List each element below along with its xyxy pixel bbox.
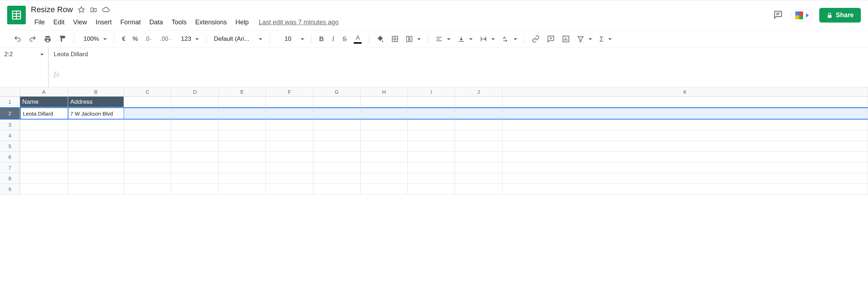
column-header[interactable]: K bbox=[502, 87, 868, 97]
paint-format-icon[interactable] bbox=[56, 33, 70, 45]
column-header[interactable]: H bbox=[361, 87, 408, 97]
cell[interactable] bbox=[219, 107, 266, 120]
row-header[interactable]: 9 bbox=[0, 184, 20, 195]
cell[interactable] bbox=[171, 152, 219, 162]
cell[interactable] bbox=[266, 184, 313, 195]
row-header[interactable]: 6 bbox=[0, 152, 20, 162]
cell[interactable] bbox=[408, 107, 455, 120]
decrease-decimal-button[interactable]: .0← bbox=[142, 34, 156, 44]
select-all-corner[interactable] bbox=[0, 87, 20, 97]
cell[interactable] bbox=[20, 130, 68, 141]
cell[interactable] bbox=[124, 130, 171, 141]
row-header[interactable]: 1 bbox=[0, 97, 20, 107]
row-header[interactable]: 3 bbox=[0, 120, 20, 130]
cell[interactable] bbox=[361, 141, 408, 152]
filter-dropdown[interactable] bbox=[574, 34, 595, 44]
cell[interactable] bbox=[219, 162, 266, 173]
column-header[interactable]: B bbox=[68, 87, 124, 97]
cell[interactable] bbox=[20, 184, 68, 195]
cell[interactable] bbox=[124, 173, 171, 184]
menu-data[interactable]: Data bbox=[146, 17, 167, 28]
cell[interactable] bbox=[361, 152, 408, 162]
cell[interactable] bbox=[455, 141, 502, 152]
cell[interactable] bbox=[171, 107, 219, 120]
cell[interactable] bbox=[124, 141, 171, 152]
cell[interactable] bbox=[313, 120, 361, 130]
cell[interactable] bbox=[219, 120, 266, 130]
cell[interactable] bbox=[219, 130, 266, 141]
sheets-app-icon[interactable] bbox=[7, 6, 26, 24]
cell[interactable] bbox=[361, 120, 408, 130]
cell[interactable] bbox=[68, 120, 124, 130]
menu-insert[interactable]: Insert bbox=[92, 17, 115, 28]
merge-cells-dropdown[interactable] bbox=[403, 34, 424, 44]
cell[interactable] bbox=[266, 162, 313, 173]
column-header[interactable]: E bbox=[219, 87, 266, 97]
cell[interactable] bbox=[313, 152, 361, 162]
cell[interactable] bbox=[313, 141, 361, 152]
column-header[interactable]: G bbox=[313, 87, 361, 97]
column-header[interactable]: C bbox=[124, 87, 171, 97]
cell[interactable] bbox=[266, 97, 313, 107]
cell[interactable] bbox=[20, 120, 68, 130]
cell[interactable] bbox=[455, 130, 502, 141]
cell[interactable] bbox=[124, 107, 171, 120]
cell[interactable] bbox=[502, 184, 868, 195]
cell[interactable] bbox=[455, 107, 502, 120]
cell[interactable] bbox=[171, 141, 219, 152]
horizontal-align-dropdown[interactable] bbox=[433, 34, 453, 44]
insert-chart-button[interactable] bbox=[559, 33, 573, 45]
cell[interactable] bbox=[20, 152, 68, 162]
menu-format[interactable]: Format bbox=[117, 17, 144, 28]
functions-dropdown[interactable]: Σ bbox=[596, 34, 614, 45]
cell[interactable] bbox=[219, 184, 266, 195]
menu-view[interactable]: View bbox=[70, 17, 91, 28]
cell[interactable] bbox=[266, 107, 313, 120]
cell[interactable] bbox=[171, 130, 219, 141]
cell[interactable] bbox=[408, 184, 455, 195]
menu-extensions[interactable]: Extensions bbox=[192, 17, 230, 28]
cell[interactable] bbox=[313, 107, 361, 120]
cell[interactable] bbox=[68, 162, 124, 173]
insert-comment-button[interactable] bbox=[544, 33, 558, 45]
cell[interactable] bbox=[361, 107, 408, 120]
cell[interactable] bbox=[171, 173, 219, 184]
cell[interactable] bbox=[68, 130, 124, 141]
share-button[interactable]: Share bbox=[819, 8, 861, 23]
cell[interactable] bbox=[313, 162, 361, 173]
cell[interactable] bbox=[266, 141, 313, 152]
cell[interactable] bbox=[20, 141, 68, 152]
cell[interactable] bbox=[361, 162, 408, 173]
column-header[interactable]: D bbox=[171, 87, 219, 97]
cell[interactable] bbox=[502, 120, 868, 130]
font-family-dropdown[interactable]: Default (Ari... bbox=[211, 34, 265, 44]
cell[interactable] bbox=[68, 152, 124, 162]
cell[interactable] bbox=[313, 97, 361, 107]
column-header[interactable]: F bbox=[266, 87, 313, 97]
strikethrough-button[interactable]: S bbox=[339, 33, 349, 45]
cell[interactable]: Leota Dillard bbox=[20, 107, 68, 120]
cell[interactable] bbox=[408, 141, 455, 152]
cell[interactable] bbox=[20, 173, 68, 184]
cell[interactable] bbox=[455, 184, 502, 195]
cell[interactable]: Name bbox=[20, 97, 68, 107]
cell[interactable] bbox=[502, 162, 868, 173]
undo-icon[interactable] bbox=[11, 33, 24, 45]
column-header[interactable]: J bbox=[455, 87, 502, 97]
cell[interactable] bbox=[171, 162, 219, 173]
cell[interactable] bbox=[68, 141, 124, 152]
bold-button[interactable]: B bbox=[316, 33, 326, 45]
cell[interactable] bbox=[313, 184, 361, 195]
cell[interactable]: Address bbox=[68, 97, 124, 107]
cell[interactable] bbox=[408, 162, 455, 173]
cell[interactable] bbox=[502, 152, 868, 162]
move-icon[interactable] bbox=[90, 6, 97, 13]
cell[interactable] bbox=[455, 152, 502, 162]
text-color-button[interactable]: A bbox=[351, 32, 364, 46]
cell[interactable] bbox=[455, 162, 502, 173]
column-header[interactable]: I bbox=[408, 87, 455, 97]
cell[interactable] bbox=[68, 173, 124, 184]
name-box[interactable]: 2:2 bbox=[0, 48, 48, 61]
cell[interactable] bbox=[266, 120, 313, 130]
cell[interactable] bbox=[313, 173, 361, 184]
